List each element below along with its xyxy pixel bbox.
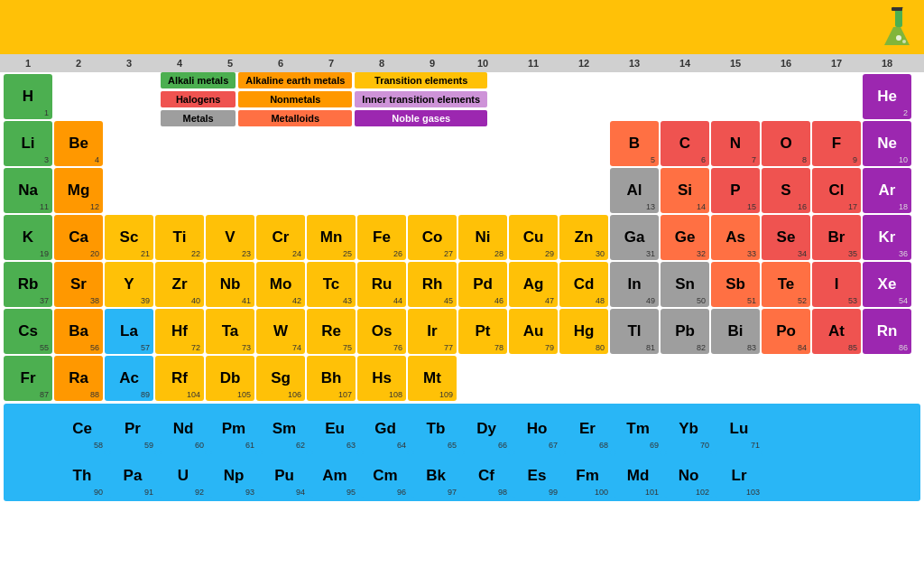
element-No[interactable]: No102 [664,453,713,498]
element-Cr[interactable]: Cr24 [256,215,305,260]
element-Sg[interactable]: Sg106 [256,356,305,401]
element-Mg[interactable]: Mg12 [54,168,103,213]
element-Po[interactable]: Po84 [762,309,810,354]
element-At[interactable]: At85 [812,309,861,354]
element-Na[interactable]: Na11 [4,168,52,213]
element-Ar[interactable]: Ar18 [863,168,911,213]
element-Ra[interactable]: Ra88 [54,356,103,401]
element-Hg[interactable]: Hg80 [559,309,608,354]
element-U[interactable]: U92 [159,453,208,498]
element-Xe[interactable]: Xe54 [863,262,911,307]
element-Cm[interactable]: Cm96 [361,453,410,498]
element-Ru[interactable]: Ru44 [357,262,406,307]
element-Ti[interactable]: Ti22 [155,215,204,260]
element-S[interactable]: S16 [762,168,810,213]
element-Sc[interactable]: Sc21 [105,215,153,260]
element-P[interactable]: P15 [711,168,760,213]
element-Dy[interactable]: Dy66 [462,406,511,451]
element-Fm[interactable]: Fm100 [563,453,612,498]
element-Rf[interactable]: Rf104 [155,356,204,401]
element-Be[interactable]: Be4 [54,121,103,166]
element-Si[interactable]: Si14 [661,168,709,213]
element-Ir[interactable]: Ir77 [408,309,457,354]
element-Db[interactable]: Db105 [206,356,254,401]
element-Au[interactable]: Au79 [509,309,558,354]
element-Bk[interactable]: Bk97 [411,453,460,498]
element-K[interactable]: K19 [4,215,52,260]
element-Md[interactable]: Md101 [614,453,662,498]
element-Rn[interactable]: Rn86 [863,309,911,354]
element-Kr[interactable]: Kr36 [863,215,911,260]
element-Br[interactable]: Br35 [812,215,861,260]
element-Tc[interactable]: Tc43 [307,262,356,307]
element-Ne[interactable]: Ne10 [863,121,911,166]
element-I[interactable]: I53 [812,262,861,307]
element-Ca[interactable]: Ca20 [54,215,103,260]
element-Re[interactable]: Re75 [307,309,356,354]
element-O[interactable]: O8 [762,121,810,166]
element-Lr[interactable]: Lr103 [715,453,763,498]
element-Zr[interactable]: Zr40 [155,262,204,307]
element-Ho[interactable]: Ho67 [513,406,561,451]
element-Bi[interactable]: Bi83 [711,309,760,354]
element-Tb[interactable]: Tb65 [411,406,460,451]
element-Ga[interactable]: Ga31 [610,215,659,260]
element-Lu[interactable]: Lu71 [715,406,763,451]
element-Fr[interactable]: Fr87 [4,356,52,401]
element-Cu[interactable]: Cu29 [509,215,558,260]
element-Eu[interactable]: Eu63 [310,406,359,451]
element-W[interactable]: W74 [256,309,305,354]
element-Cs[interactable]: Cs55 [4,309,52,354]
element-Bh[interactable]: Bh107 [307,356,356,401]
element-Yb[interactable]: Yb70 [664,406,713,451]
element-Rb[interactable]: Rb37 [4,262,52,307]
element-Nb[interactable]: Nb41 [206,262,254,307]
element-C[interactable]: C6 [661,121,709,166]
element-Nd[interactable]: Nd60 [159,406,208,451]
element-Ta[interactable]: Ta73 [206,309,254,354]
element-Rh[interactable]: Rh45 [408,262,457,307]
element-Pu[interactable]: Pu94 [260,453,309,498]
element-He[interactable]: He2 [863,74,911,119]
element-Sn[interactable]: Sn50 [661,262,709,307]
element-Y[interactable]: Y39 [105,262,153,307]
element-Tl[interactable]: Tl81 [610,309,659,354]
element-In[interactable]: In49 [610,262,659,307]
element-Am[interactable]: Am95 [310,453,359,498]
element-Es[interactable]: Es99 [513,453,561,498]
element-Er[interactable]: Er68 [563,406,612,451]
element-As[interactable]: As33 [711,215,760,260]
element-V[interactable]: V23 [206,215,254,260]
element-Ag[interactable]: Ag47 [509,262,558,307]
element-Ge[interactable]: Ge32 [661,215,709,260]
element-Pb[interactable]: Pb82 [661,309,709,354]
element-Np[interactable]: Np93 [209,453,258,498]
element-Mt[interactable]: Mt109 [408,356,457,401]
element-La[interactable]: La57 [105,309,153,354]
element-Ce[interactable]: Ce58 [58,406,106,451]
element-Ba[interactable]: Ba56 [54,309,103,354]
element-Mn[interactable]: Mn25 [307,215,356,260]
element-Li[interactable]: Li3 [4,121,52,166]
element-Co[interactable]: Co27 [408,215,457,260]
element-N[interactable]: N7 [711,121,760,166]
element-Mo[interactable]: Mo42 [256,262,305,307]
element-Pm[interactable]: Pm61 [209,406,258,451]
element-Al[interactable]: Al13 [610,168,659,213]
element-Te[interactable]: Te52 [762,262,810,307]
element-Se[interactable]: Se34 [762,215,810,260]
element-Cl[interactable]: Cl17 [812,168,861,213]
element-Pt[interactable]: Pt78 [458,309,507,354]
element-B[interactable]: B5 [610,121,659,166]
element-Th[interactable]: Th90 [58,453,106,498]
element-Ni[interactable]: Ni28 [458,215,507,260]
element-Zn[interactable]: Zn30 [559,215,608,260]
element-Hs[interactable]: Hs108 [357,356,406,401]
element-Cf[interactable]: Cf98 [462,453,511,498]
element-F[interactable]: F9 [812,121,861,166]
element-H[interactable]: H1 [4,74,52,119]
element-Gd[interactable]: Gd64 [361,406,410,451]
element-Sr[interactable]: Sr38 [54,262,103,307]
element-Sm[interactable]: Sm62 [260,406,309,451]
element-Cd[interactable]: Cd48 [559,262,608,307]
